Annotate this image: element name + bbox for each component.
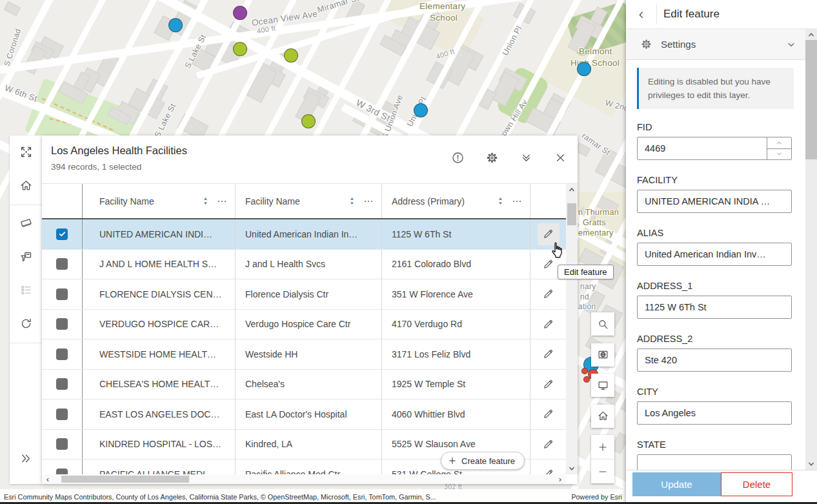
edit-feature-button[interactable] [538, 343, 560, 365]
toolbar-basemap-button[interactable] [10, 210, 42, 236]
toolbar-expand-button[interactable] [10, 445, 42, 471]
spinner-down-button[interactable] [767, 149, 791, 160]
map-feature-point[interactable] [583, 376, 590, 383]
scroll-down-button[interactable] [566, 463, 578, 474]
field-input-address_2[interactable]: Ste 420 [637, 348, 792, 372]
column-header-label: Facility Name [245, 196, 347, 207]
field-input-alias[interactable]: United American Indian Inv… [637, 243, 792, 266]
column-menu-button[interactable] [217, 196, 227, 207]
edit-feature-button[interactable] [538, 403, 560, 425]
default-extent-button[interactable] [591, 405, 614, 428]
scroll-up-button[interactable] [805, 29, 817, 41]
map-feature-point[interactable] [233, 42, 247, 56]
toolbar-filter-button[interactable] [10, 243, 42, 269]
map-feature-point[interactable] [168, 18, 183, 32]
field-value: Los Angeles [638, 408, 791, 418]
row-checkbox[interactable] [56, 348, 68, 360]
row-checkbox[interactable] [56, 318, 68, 330]
table-info-button[interactable] [450, 150, 465, 165]
map-street-label: Gratts [583, 218, 606, 227]
zoom-widget [591, 435, 614, 483]
map-street-label: nd [580, 292, 589, 301]
divider [10, 343, 42, 343]
row-checkbox[interactable] [56, 258, 68, 270]
panel-footer: Update Delete [626, 470, 817, 504]
row-checkbox[interactable] [56, 288, 68, 300]
field-label: ADDRESS_2 [637, 334, 805, 344]
sort-button[interactable] [496, 196, 505, 206]
table-row[interactable]: FLORENCE DIALYSIS CEN…Florence Dialysis … [42, 279, 566, 310]
sort-button[interactable] [201, 196, 210, 206]
zoom-out-button[interactable] [591, 459, 614, 483]
column-menu-button[interactable] [363, 196, 374, 207]
scroll-right-button[interactable]: › [554, 474, 566, 484]
table-settings-button[interactable] [485, 150, 499, 165]
scrollbar-thumb[interactable] [61, 476, 189, 483]
basemap-gallery-button[interactable] [591, 343, 614, 367]
scrollbar-thumb[interactable] [805, 40, 817, 159]
field-input-facility[interactable]: UNITED AMERICAN INDIA … [637, 190, 792, 213]
scrollbar-thumb[interactable] [567, 203, 576, 225]
edit-feature-button[interactable] [538, 283, 560, 305]
map-feature-point[interactable] [233, 6, 247, 20]
toolbar-home-button[interactable] [10, 172, 42, 198]
edit-cell [530, 279, 566, 309]
zoom-in-button[interactable] [591, 435, 614, 459]
scrollbar-corner [566, 474, 578, 484]
map-feature-point[interactable] [284, 48, 298, 63]
back-button[interactable] [631, 5, 652, 25]
table-header: Los Angeles Health Facilities 394 record… [42, 136, 578, 184]
edit-feature-button[interactable] [538, 373, 560, 395]
table-row[interactable]: WESTSIDE HOME HEALT…Westside HH3171 Los … [42, 339, 566, 370]
table-row[interactable]: VERDUGO HOSPICE CAR…Verdugo Hospice Care… [42, 310, 566, 340]
table-vertical-scrollbar[interactable] [566, 184, 578, 474]
create-feature-button[interactable]: Create feature [441, 452, 525, 470]
infoCircle-icon [451, 151, 465, 165]
table-close-button[interactable] [553, 150, 567, 165]
panel-scrollbar[interactable] [805, 29, 817, 470]
chevron-down-icon[interactable] [786, 39, 796, 50]
scroll-down-button[interactable] [805, 458, 817, 470]
row-checkbox[interactable] [56, 378, 68, 390]
update-button[interactable]: Update [632, 472, 721, 496]
row-checkbox[interactable] [56, 408, 68, 420]
field-input-city[interactable]: Los Angeles [637, 401, 792, 425]
table-row[interactable]: UNITED AMERICAN INDI…United American Ind… [42, 219, 566, 250]
field-input-fid[interactable]: 4469 [637, 137, 792, 160]
table-collapse-button[interactable] [519, 150, 533, 165]
edit-feature-button[interactable] [538, 463, 560, 474]
field-group: ADDRESS_11125 W 6Th St [637, 281, 805, 319]
checkbox-cell [42, 370, 83, 399]
field-label: FID [637, 122, 805, 132]
scroll-left-button[interactable]: ‹ [42, 474, 54, 484]
row-checkbox[interactable] [56, 469, 68, 474]
pencil-icon [542, 438, 554, 450]
map-feature-point[interactable] [301, 114, 316, 128]
settings-section-header[interactable]: Settings [626, 29, 805, 60]
table-horizontal-scrollbar[interactable]: ‹ › [42, 474, 566, 484]
table-row[interactable]: J AND L HOME HEALTH S…J and L Health Svc… [42, 250, 566, 280]
column-menu-button[interactable] [512, 196, 522, 207]
edit-form: Editing is disabled but you have privile… [626, 60, 805, 504]
delete-button[interactable]: Delete [721, 472, 792, 496]
map-feature-point[interactable] [581, 368, 588, 374]
screen-button[interactable] [591, 374, 614, 397]
search-button[interactable] [591, 312, 614, 336]
toolbar-refresh-button[interactable] [10, 310, 42, 336]
table-row[interactable]: EAST LOS ANGELES DOC…East LA Doctor's Ho… [42, 399, 566, 430]
map-feature-point[interactable] [414, 103, 428, 117]
facility-name-cell: J AND L HOME HEALTH S… [83, 250, 236, 279]
spinner-up-button[interactable] [767, 137, 791, 149]
edit-feature-button[interactable] [538, 433, 560, 455]
edit-feature-button[interactable] [538, 313, 560, 335]
toolbar-zoom-to-selection-button[interactable] [10, 139, 42, 165]
row-checkbox[interactable] [56, 228, 68, 240]
scroll-up-button[interactable] [566, 184, 578, 196]
map-feature-point[interactable] [577, 62, 591, 76]
table-title: Los Angeles Health Facilities [51, 145, 187, 157]
row-checkbox[interactable] [56, 438, 68, 450]
sort-button[interactable] [347, 196, 357, 206]
refresh-icon [19, 317, 33, 330]
field-input-address_1[interactable]: 1125 W 6Th St [637, 296, 792, 319]
table-row[interactable]: CHELSEA'S HOME HEALT…Chelsea's1925 W Tem… [42, 370, 566, 400]
